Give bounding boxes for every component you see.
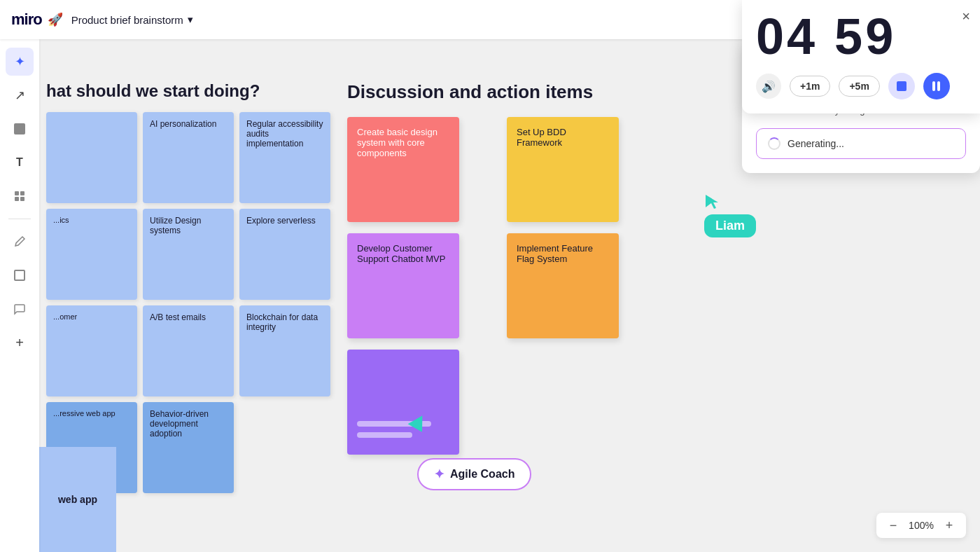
toolbar-text-btn[interactable]: T bbox=[6, 149, 34, 177]
timer-minutes: 04 bbox=[756, 8, 818, 64]
web-app-label-text: web app bbox=[58, 494, 97, 505]
toolbar-select-btn[interactable]: ↗ bbox=[6, 81, 34, 109]
toolbar-pen-btn[interactable] bbox=[6, 228, 34, 256]
pause-bar-1 bbox=[932, 81, 935, 91]
board-section-left: hat should we start doing? AI personaliz… bbox=[46, 81, 347, 493]
stop-icon bbox=[897, 81, 906, 91]
sticky-note-3[interactable]: Regular accessibility audits implementat… bbox=[239, 112, 330, 203]
timer-pause-button[interactable] bbox=[923, 73, 950, 99]
svg-rect-3 bbox=[15, 197, 19, 201]
sticky-note-4[interactable]: ...ics bbox=[46, 209, 137, 300]
loading-line-1 bbox=[357, 421, 431, 427]
sticky-note-5[interactable]: Utilize Design systems bbox=[143, 209, 234, 300]
timer-add1m-button[interactable]: +1m bbox=[790, 76, 830, 97]
generating-label: Generating... bbox=[788, 138, 844, 149]
agile-coach-button[interactable]: ✦ Agile Coach bbox=[417, 458, 531, 490]
timer-sound-button[interactable]: 🔊 bbox=[756, 74, 781, 99]
sticky-note-8[interactable]: A/B test emails bbox=[143, 305, 234, 396]
sound-icon: 🔊 bbox=[762, 80, 776, 93]
timer-controls: 🔊 +1m +5m bbox=[756, 73, 966, 99]
toolbar-shapes-btn[interactable] bbox=[6, 182, 34, 210]
toolbar-add-btn[interactable]: + bbox=[6, 329, 34, 357]
sticky-note-2[interactable]: AI personalization bbox=[143, 112, 234, 203]
timer-panel: × 04 59 🔊 +1m +5m bbox=[742, 0, 980, 113]
web-app-sticky[interactable]: web app bbox=[39, 447, 116, 552]
toolbar-sticky-btn[interactable] bbox=[6, 115, 34, 143]
loading-line-2 bbox=[357, 432, 412, 438]
action-sticky-4[interactable]: Implement Feature Flag System bbox=[507, 233, 619, 338]
liam-cursor-label: Liam bbox=[704, 214, 756, 237]
agile-coach-btn-label: Agile Coach bbox=[450, 468, 514, 481]
board-title-text: Product brief brainstorm bbox=[71, 14, 183, 26]
sticky-note-9[interactable]: Blockchain for data integrity bbox=[239, 305, 330, 396]
agile-generating-box: Generating... bbox=[756, 128, 966, 159]
timer-add5m-button[interactable]: +5m bbox=[839, 76, 879, 97]
zoom-controls: − 100% + bbox=[876, 513, 966, 538]
timer-close-button[interactable]: × bbox=[962, 8, 970, 25]
rocket-icon: 🚀 bbox=[48, 12, 63, 27]
svg-rect-2 bbox=[20, 191, 24, 195]
sticky-note-1[interactable] bbox=[46, 112, 137, 203]
miro-logo-text: miro bbox=[11, 11, 42, 29]
svg-rect-1 bbox=[15, 191, 19, 195]
board-section-right: Discussion and action items Create basic… bbox=[347, 81, 655, 455]
sticky-grid-left: AI personalization Regular accessibility… bbox=[46, 112, 347, 493]
action-sticky-3[interactable]: Develop Customer Support Chatbot MVP bbox=[347, 233, 459, 338]
pause-bar-2 bbox=[937, 81, 940, 91]
svg-rect-4 bbox=[20, 197, 24, 201]
toolbar-magic-btn[interactable]: ✦ bbox=[6, 48, 34, 76]
sticky-note-6[interactable]: Explore serverless bbox=[239, 209, 330, 300]
zoom-level-label: 100% bbox=[907, 520, 935, 531]
generating-spinner bbox=[768, 137, 780, 150]
action-sticky-2[interactable]: Set Up BDD Framework bbox=[507, 117, 619, 222]
zoom-out-button[interactable]: − bbox=[885, 517, 902, 534]
svg-rect-0 bbox=[14, 123, 25, 134]
sticky-note-11[interactable]: Behavior-driven development adoption bbox=[143, 402, 234, 493]
sticky-note-7[interactable]: ...omer bbox=[46, 305, 137, 396]
discussion-section-title: Discussion and action items bbox=[347, 81, 655, 103]
timer-seconds: 59 bbox=[834, 8, 896, 64]
sparkle-icon: ✦ bbox=[434, 467, 444, 482]
svg-rect-5 bbox=[15, 270, 24, 280]
dropdown-icon: ▾ bbox=[188, 13, 193, 26]
toolbar-frame-btn[interactable] bbox=[6, 261, 34, 289]
action-sticky-5[interactable] bbox=[347, 350, 459, 455]
action-sticky-grid: Create basic design system with core com… bbox=[347, 117, 655, 455]
toolbar-comment-btn[interactable] bbox=[6, 295, 34, 323]
svg-marker-6 bbox=[706, 195, 718, 209]
timer-stop-button[interactable] bbox=[888, 73, 915, 99]
board-title[interactable]: Product brief brainstorm ▾ bbox=[71, 13, 193, 26]
action-sticky-1[interactable]: Create basic design system with core com… bbox=[347, 117, 459, 222]
liam-cursor: Liam bbox=[704, 193, 756, 237]
miro-logo: miro 🚀 bbox=[11, 11, 63, 29]
left-section-heading: hat should we start doing? bbox=[46, 81, 347, 101]
timer-display: 04 59 bbox=[756, 11, 966, 62]
left-toolbar: ✦ ↗ T + bbox=[0, 39, 39, 552]
zoom-in-button[interactable]: + bbox=[941, 517, 958, 534]
cursor-arrow-icon bbox=[704, 193, 718, 210]
toolbar-divider-1 bbox=[8, 219, 31, 219]
